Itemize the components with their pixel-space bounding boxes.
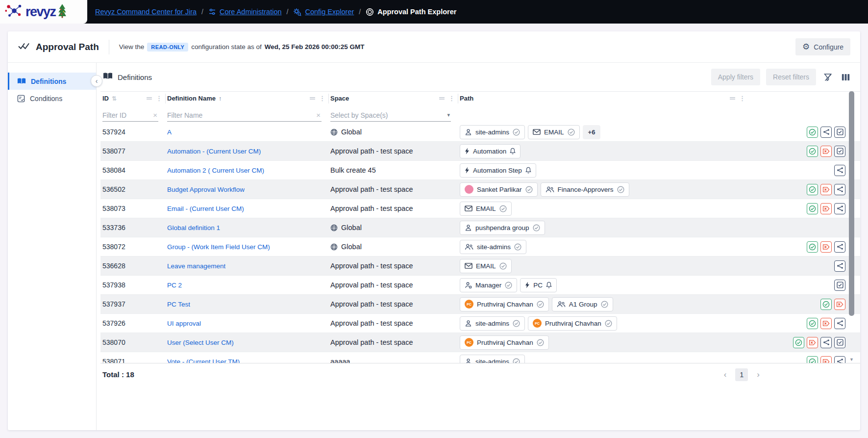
sidebar-collapse-button[interactable]: ‹ bbox=[91, 75, 102, 87]
checkbox-action-button[interactable] bbox=[834, 146, 845, 157]
path-chip[interactable]: site-admins bbox=[460, 355, 525, 363]
definition-name-link[interactable]: Global definition 1 bbox=[167, 224, 220, 232]
column-menu-icon[interactable]: ⋮ bbox=[739, 95, 745, 102]
column-menu-icon[interactable]: ⋮ bbox=[319, 95, 325, 102]
share-action-button[interactable] bbox=[834, 165, 845, 176]
checkbox-action-button[interactable] bbox=[834, 337, 845, 348]
share-action-button[interactable] bbox=[820, 127, 832, 138]
vertical-scrollbar[interactable]: ▼ bbox=[849, 91, 854, 363]
checkbox-action-button[interactable] bbox=[834, 127, 845, 138]
reject-action-button[interactable] bbox=[820, 241, 832, 253]
definition-name-link[interactable]: Budget Approval Workflow bbox=[167, 186, 245, 193]
reject-action-button[interactable] bbox=[820, 203, 832, 214]
share-action-button[interactable] bbox=[820, 337, 832, 348]
approve-action-button[interactable] bbox=[820, 299, 832, 310]
path-chip[interactable]: pushpendra group bbox=[460, 221, 545, 235]
column-drag-icon[interactable] bbox=[729, 96, 736, 101]
approve-action-button[interactable] bbox=[793, 337, 804, 348]
sidebar-item-definitions[interactable]: Definitions bbox=[8, 73, 96, 90]
path-more-chip[interactable]: +6 bbox=[583, 125, 601, 139]
clear-filter-icon[interactable]: × bbox=[315, 111, 322, 119]
path-chip[interactable]: PCPruthviraj Chavhan bbox=[460, 335, 549, 350]
path-chip[interactable]: Sanket Parlikar bbox=[460, 182, 538, 197]
breadcrumb-link[interactable]: Core Administration bbox=[208, 8, 282, 16]
share-action-button[interactable] bbox=[834, 356, 845, 363]
path-chip[interactable]: A1 Group bbox=[552, 297, 613, 311]
definition-name-link[interactable]: User (Select User CM) bbox=[167, 339, 234, 346]
configure-button[interactable]: ⚙ Configure bbox=[795, 38, 850, 55]
breadcrumb-link[interactable]: Revyz Command Center for Jira bbox=[95, 8, 197, 16]
sort-icon[interactable]: ⇅ bbox=[112, 95, 117, 102]
definition-name-link[interactable]: Email - (Current User CM) bbox=[167, 205, 244, 212]
column-menu-icon[interactable]: ⋮ bbox=[448, 95, 455, 102]
approve-action-button[interactable] bbox=[807, 241, 818, 253]
path-chip[interactable]: Finance-Approvers bbox=[541, 182, 629, 197]
approve-action-button[interactable] bbox=[807, 184, 818, 195]
approve-action-button[interactable] bbox=[807, 356, 818, 363]
approve-action-button[interactable] bbox=[807, 318, 818, 329]
reject-action-button[interactable] bbox=[820, 318, 832, 329]
share-action-button[interactable] bbox=[834, 241, 845, 253]
sort-asc-icon[interactable]: ↑ bbox=[219, 95, 222, 102]
name-filter-input[interactable] bbox=[167, 111, 315, 119]
checkbox-action-button[interactable] bbox=[834, 280, 845, 291]
path-chip[interactable]: Automation Step bbox=[460, 163, 536, 178]
approve-action-button[interactable] bbox=[807, 127, 818, 138]
column-drag-icon[interactable] bbox=[309, 96, 316, 101]
path-chip[interactable]: site-admins bbox=[460, 125, 525, 139]
path-chip[interactable]: site-admins bbox=[460, 316, 525, 331]
path-chip[interactable]: PCPruthviraj Chavhan bbox=[460, 297, 549, 311]
scrollbar-thumb[interactable] bbox=[849, 91, 854, 316]
definition-name-link[interactable]: Group - (Work Item Field User CM) bbox=[167, 243, 270, 251]
definition-name-link[interactable]: Vote - (Current User TM) bbox=[167, 358, 240, 363]
reject-action-button[interactable] bbox=[820, 356, 832, 363]
apply-filters-button[interactable]: Apply filters bbox=[711, 69, 760, 85]
share-action-button[interactable] bbox=[834, 184, 845, 195]
column-drag-icon[interactable] bbox=[439, 96, 445, 101]
reject-action-button[interactable] bbox=[807, 337, 818, 348]
approve-action-button[interactable] bbox=[807, 146, 818, 157]
definition-name-link[interactable]: PC 2 bbox=[167, 282, 182, 289]
path-chip[interactable]: Manager bbox=[460, 278, 517, 292]
space-filter-select[interactable]: Select by Space(s)▾ bbox=[330, 109, 451, 122]
table-row: 537938PC 2Approval path - test spaceMana… bbox=[100, 276, 860, 295]
reject-action-button[interactable] bbox=[834, 299, 845, 310]
check-circle-icon bbox=[525, 186, 533, 193]
panel-title: Definitions bbox=[118, 73, 152, 81]
path-chip[interactable]: PCPruthviraj Chavhan bbox=[528, 316, 617, 331]
reject-action-button[interactable] bbox=[820, 184, 832, 195]
reset-filters-button[interactable]: Reset filters bbox=[766, 69, 816, 85]
scroll-down-arrow-icon[interactable]: ▼ bbox=[849, 357, 854, 362]
definition-name-link[interactable]: UI approval bbox=[167, 320, 201, 327]
definition-name-link[interactable]: Automation 2 ( Current User CM) bbox=[167, 167, 264, 174]
path-chip[interactable]: EMAIL bbox=[528, 125, 580, 139]
definition-name-link[interactable]: Automation - (Current User CM) bbox=[167, 148, 261, 155]
path-chip[interactable]: EMAIL bbox=[460, 202, 512, 216]
share-action-button[interactable] bbox=[834, 260, 845, 272]
definitions-table: ID⇅⋮Definition Name↑⋮Space⋮Path⋮ ××Selec… bbox=[100, 91, 860, 363]
approve-action-button[interactable] bbox=[807, 203, 818, 214]
column-menu-icon[interactable]: ⋮ bbox=[156, 95, 162, 102]
id-filter-input[interactable] bbox=[102, 111, 152, 119]
clear-filter-icon[interactable]: × bbox=[152, 111, 158, 119]
table-row: 537924AGlobalsite-adminsEMAIL+6 bbox=[100, 123, 860, 142]
sidebar-item-conditions[interactable]: Conditions bbox=[8, 90, 96, 107]
page-number[interactable]: 1 bbox=[735, 368, 748, 381]
path-chip[interactable]: EMAIL bbox=[460, 259, 512, 273]
share-action-button[interactable] bbox=[834, 203, 845, 214]
prev-page-icon[interactable]: ‹ bbox=[724, 370, 727, 380]
gearsearch-icon bbox=[293, 8, 301, 16]
definition-name-link[interactable]: Leave management bbox=[167, 262, 225, 270]
column-drag-icon[interactable] bbox=[146, 96, 152, 101]
breadcrumb-link[interactable]: Config Explorer bbox=[293, 8, 354, 16]
path-chip[interactable]: Automation bbox=[460, 144, 521, 158]
reject-action-button[interactable] bbox=[820, 146, 832, 157]
definition-name-link[interactable]: A bbox=[167, 129, 172, 136]
clear-filter-icon[interactable] bbox=[822, 71, 834, 83]
path-chip[interactable]: site-admins bbox=[460, 240, 526, 254]
path-chip[interactable]: PC bbox=[520, 278, 557, 292]
definition-name-link[interactable]: PC Test bbox=[167, 301, 190, 308]
next-page-icon[interactable]: › bbox=[757, 370, 760, 380]
columns-icon[interactable] bbox=[840, 71, 851, 83]
share-action-button[interactable] bbox=[834, 318, 845, 329]
